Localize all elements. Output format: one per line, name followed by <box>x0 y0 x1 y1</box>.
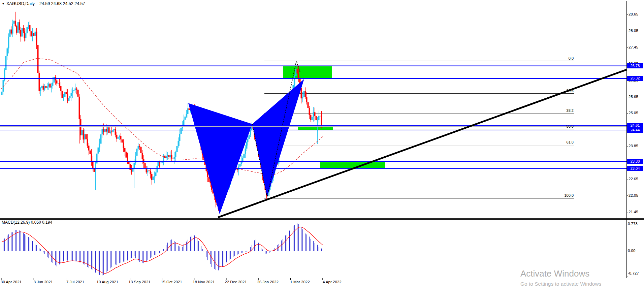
watermark-line1: Activate Windows <box>520 268 601 279</box>
time-axis-label: 18 Nov 2021 <box>193 280 215 284</box>
time-axis-label: 22 Dec 2021 <box>225 280 247 284</box>
price-level-badge: 23.30 <box>627 159 643 164</box>
mt4-chart-window: ▼XAGUSD,Daily24.59 24.68 24.52 24.57 MAC… <box>0 0 644 287</box>
harmonic-pattern-triangle-bcd[interactable] <box>252 79 304 197</box>
price-level-badge: 26.78 <box>627 63 643 68</box>
symbol-period-label: XAGUSD,Daily <box>6 1 35 6</box>
time-axis-label: 10 Aug 2021 <box>97 280 119 284</box>
watermark-line2: Go to Settings to activate Windows <box>520 281 601 287</box>
ohlc-readout: 24.59 24.68 24.52 24.57 <box>39 1 85 6</box>
price-axis-tick: 25.05 <box>629 111 638 115</box>
supply-demand-zone[interactable] <box>320 162 385 168</box>
time-axis-label: 13 Sep 2021 <box>128 280 150 284</box>
fib-level-label: 38.2 <box>567 108 574 113</box>
chart-title: ▼XAGUSD,Daily24.59 24.68 24.52 24.57 <box>2 1 85 6</box>
time-axis-label: 3 Jun 2021 <box>34 280 53 284</box>
time-axis-label: 30 Apr 2021 <box>1 280 22 284</box>
fib-level-label: 23.6 <box>567 89 574 93</box>
price-level-badge: 23.04 <box>627 166 643 171</box>
price-axis-tick: 22.05 <box>629 193 638 197</box>
macd-axis-tick: -0.727 <box>628 271 639 275</box>
price-axis-tick: 27.45 <box>629 45 638 49</box>
macd-axis-tick: 0.773 <box>628 222 638 226</box>
price-level-badge: 24.44 <box>627 128 643 133</box>
fib-level-label: 50.0 <box>567 124 574 128</box>
macd-axis-tick: 0.00 <box>628 249 635 253</box>
time-axis-label: 4 Apr 2022 <box>323 280 342 284</box>
price-level-badge: 26.32 <box>627 76 643 81</box>
symbol-dropdown-icon[interactable]: ▼ <box>2 2 5 5</box>
fib-level-label: 100.0 <box>564 193 574 197</box>
time-axis-label: 7 Jul 2021 <box>66 280 84 284</box>
supply-demand-zone[interactable] <box>283 66 332 78</box>
fib-level-label: 0.0 <box>569 56 574 60</box>
price-axis-tick: 25.65 <box>629 95 638 99</box>
price-axis-tick: 28.65 <box>629 12 638 16</box>
price-level-badge: 24.61 <box>627 123 643 128</box>
price-axis-tick: 21.45 <box>629 210 638 214</box>
fib-level-label: 61.8 <box>567 140 574 144</box>
price-axis-tick: 28.05 <box>629 29 638 33</box>
chart-canvas[interactable] <box>0 0 644 287</box>
macd-signal-line <box>2 227 323 274</box>
macd-indicator-label: MACD(12,26,9) 0.050 0.194 <box>2 220 52 225</box>
price-axis-tick: 23.85 <box>629 144 638 148</box>
time-axis-label: 15 Oct 2021 <box>161 280 182 284</box>
macd-histogram <box>2 223 323 275</box>
time-axis-label: 1 Mar 2022 <box>290 280 310 284</box>
price-axis-tick: 22.65 <box>629 177 638 181</box>
activate-windows-watermark: Activate Windows Go to Settings to activ… <box>520 268 601 287</box>
time-axis-label: 26 Jan 2022 <box>257 280 279 284</box>
